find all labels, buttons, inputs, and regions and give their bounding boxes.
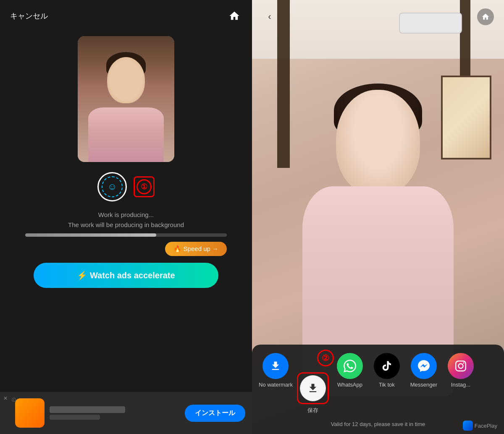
share-item-instagram[interactable]: Instag... (444, 353, 478, 388)
share-item-whatsapp[interactable]: WhatsApp (333, 353, 367, 388)
status-text: Work is producing... The work will be pr… (68, 210, 184, 230)
faceplay-logo: FacePlay (463, 421, 497, 431)
step-1-circle: ① (136, 179, 152, 194)
faceplay-label: FacePlay (475, 423, 497, 429)
status-line2: The work will be producing in background (68, 221, 184, 228)
no-watermark-label: No watermark (259, 382, 293, 388)
ad-subtitle (50, 415, 100, 420)
share-item-tiktok[interactable]: Tik tok (370, 353, 404, 388)
speed-up-button[interactable]: 🔥 Speed up → (165, 242, 227, 256)
progress-bar-fill (25, 233, 156, 237)
step-1-number: ① (141, 182, 147, 191)
ad-banner: ✕ ⓘ インストール (0, 392, 252, 434)
save-label: 保存 (307, 407, 318, 414)
instagram-icon[interactable] (448, 353, 474, 379)
share-item-save[interactable]: 保存 (296, 372, 330, 414)
right-panel: ‹ No watermark ② (252, 0, 504, 434)
controls-row: ① (97, 172, 155, 201)
save-icon[interactable] (300, 375, 326, 401)
messenger-label: Messenger (410, 382, 437, 388)
download-icon-blue (270, 360, 281, 372)
left-header: キャンセル (0, 0, 252, 28)
share-item-save-wrapper: ② 保存 (296, 353, 330, 414)
ad-close-icon[interactable]: ✕ (3, 395, 8, 401)
kimono-shape (88, 107, 164, 162)
whatsapp-icon[interactable] (337, 353, 363, 379)
left-panel: キャンセル ① Work is producing... The work wi… (0, 0, 252, 434)
instagram-svg (455, 361, 466, 371)
step-1-badge: ① (134, 176, 155, 197)
faceplay-logo-icon (463, 421, 473, 431)
photo-preview (78, 36, 174, 162)
whatsapp-svg (344, 360, 356, 372)
ad-title (50, 406, 125, 413)
share-row: No watermark ② 保存 (259, 353, 497, 414)
home-svg (228, 10, 240, 22)
progress-bar-container (25, 233, 227, 237)
step-2-badge: ② (317, 350, 334, 366)
face-crosshair (102, 176, 123, 197)
watch-ads-button[interactable]: ⚡ Watch ads accelerate (34, 263, 218, 288)
valid-text: Valid for 12 days, please save it in tim… (259, 421, 497, 427)
save-highlight-box (297, 372, 329, 404)
messenger-icon[interactable] (411, 353, 437, 379)
tiktok-label: Tik tok (379, 382, 395, 388)
cancel-button[interactable]: キャンセル (10, 11, 48, 21)
share-item-no-watermark[interactable]: No watermark (259, 353, 293, 388)
whatsapp-label: WhatsApp (337, 382, 362, 388)
ad-text-area (50, 406, 180, 420)
tiktok-icon[interactable] (374, 353, 400, 379)
back-button[interactable]: ‹ (262, 9, 277, 24)
home-icon-right[interactable] (477, 8, 494, 25)
face-shape (107, 57, 145, 103)
share-item-messenger[interactable]: Messenger (407, 353, 441, 388)
ad-thumbnail (15, 398, 45, 428)
status-line1: Work is producing... (98, 211, 154, 218)
ad-info-icon: ⓘ (12, 397, 16, 403)
progress-section: Work is producing... The work will be pr… (25, 210, 227, 256)
home-icon-left[interactable] (227, 8, 242, 24)
tiktok-svg (381, 360, 393, 372)
share-sheet: No watermark ② 保存 (252, 345, 504, 434)
person-face (336, 90, 420, 195)
face-target-icon (97, 172, 127, 201)
instagram-label: Instag... (451, 382, 470, 388)
messenger-svg (418, 360, 430, 372)
step-2-number: ② (322, 353, 329, 363)
no-watermark-icon[interactable] (262, 353, 289, 379)
install-button[interactable]: インストール (185, 405, 245, 422)
home-svg-right (481, 13, 490, 21)
right-header: ‹ (252, 0, 504, 34)
download-icon-gray (307, 382, 319, 394)
portrait-person (290, 65, 466, 392)
